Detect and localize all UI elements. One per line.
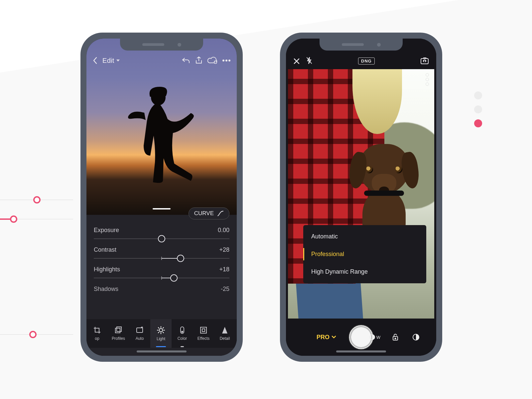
svg-rect-11 (200, 327, 206, 333)
mode-hdr[interactable]: High Dynamic Range (303, 263, 426, 281)
svg-point-8 (159, 329, 163, 332)
tab-crop[interactable]: op (86, 319, 108, 348)
mode-professional[interactable]: Professional (303, 245, 426, 263)
photo-subject-silhouette (108, 84, 215, 191)
switch-camera-icon[interactable] (420, 57, 429, 65)
screen-title[interactable]: Edit (102, 57, 120, 65)
burst-indicator-icon (425, 73, 430, 86)
back-icon[interactable] (92, 57, 98, 64)
slider-shadows[interactable]: Shadows-25 (94, 286, 229, 293)
chevron-down-icon (116, 60, 120, 62)
tool-tabs: op Profiles Auto Light Color (86, 319, 237, 348)
slider-highlights[interactable]: Highlights+18 (94, 266, 229, 278)
tab-effects[interactable]: Effects (193, 319, 214, 348)
svg-point-3 (228, 60, 230, 62)
curve-button[interactable]: CURVE (189, 207, 229, 219)
svg-point-10 (182, 331, 183, 332)
svg-rect-7 (137, 328, 143, 332)
tab-color[interactable]: Color (172, 319, 193, 348)
svg-point-2 (225, 60, 227, 62)
camera-mode-menu: Automatic Professional High Dynamic Rang… (303, 225, 426, 283)
more-icon[interactable] (222, 59, 231, 62)
share-icon[interactable] (195, 56, 203, 65)
phone-edit: Edit (80, 33, 243, 362)
slider-exposure[interactable]: Exposure0.00 (94, 227, 229, 239)
mode-toggle[interactable]: PRO (317, 334, 336, 341)
photo-preview[interactable]: Edit (86, 39, 237, 215)
camera-viewfinder[interactable]: Automatic Professional High Dynamic Rang… (288, 69, 434, 319)
phone-camera: DNG (280, 33, 442, 362)
svg-point-16 (395, 338, 396, 339)
cloud-sync-icon[interactable] (207, 57, 217, 64)
undo-icon[interactable] (182, 57, 190, 64)
tab-profiles[interactable]: Profiles (108, 319, 129, 348)
lock-settings-icon[interactable] (390, 333, 401, 341)
svg-point-1 (222, 60, 224, 62)
slider-contrast[interactable]: Contrast+28 (94, 246, 229, 259)
svg-rect-13 (421, 59, 428, 64)
panel-drag-handle[interactable] (153, 208, 171, 209)
close-icon[interactable] (293, 58, 300, 65)
svg-rect-6 (117, 327, 121, 332)
white-balance-button[interactable]: W (369, 333, 380, 341)
tab-detail[interactable]: Detail (214, 319, 235, 348)
tab-light[interactable]: Light (150, 319, 172, 348)
mode-automatic[interactable]: Automatic (303, 228, 426, 245)
filters-icon[interactable] (410, 333, 422, 341)
svg-rect-12 (202, 329, 205, 332)
tab-auto[interactable]: Auto (129, 319, 150, 348)
svg-rect-5 (115, 328, 120, 333)
flash-off-icon[interactable] (306, 57, 313, 65)
format-badge[interactable]: DNG (358, 58, 375, 65)
